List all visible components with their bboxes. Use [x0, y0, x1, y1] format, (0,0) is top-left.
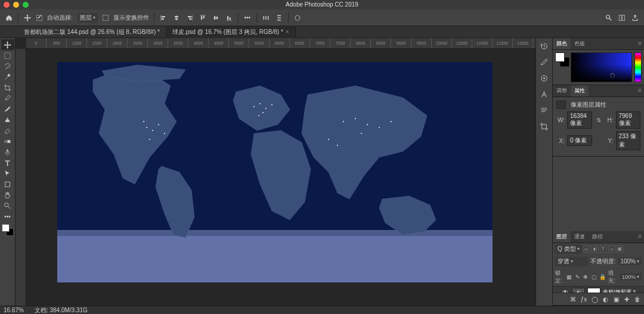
3d-mode-icon[interactable] — [293, 14, 302, 22]
crop-panel-icon[interactable] — [540, 122, 549, 132]
link-wh-icon[interactable]: ⇅ — [595, 116, 603, 125]
layer-thumbnail[interactable]: ◐ — [572, 288, 585, 293]
canvas-area[interactable]: 0500100015002000250030003500400045005000… — [16, 38, 535, 306]
vertical-ruler[interactable] — [16, 49, 26, 306]
filter-type-icon[interactable]: T — [600, 245, 607, 253]
search-icon[interactable] — [605, 14, 613, 22]
character-panel-icon[interactable] — [540, 90, 549, 100]
hue-slider[interactable] — [634, 52, 642, 82]
eraser-tool[interactable] — [1, 125, 14, 136]
crop-tool[interactable] — [1, 82, 14, 93]
panel-menu-icon[interactable]: ≡ — [636, 85, 644, 97]
filter-pixel-icon[interactable]: ▭ — [583, 245, 590, 253]
align-bottom-icon[interactable] — [225, 14, 233, 22]
lock-paint-icon[interactable]: ✎ — [575, 273, 581, 281]
document-tab[interactable]: 首都机场第二版 144.psd @ 26.6% (组 8, RGB/8#) * — [18, 26, 166, 38]
fg-swatch[interactable] — [555, 52, 565, 62]
show-transform-checkbox[interactable] — [103, 15, 109, 21]
delete-layer-icon[interactable]: 🗑 — [633, 295, 642, 303]
marquee-tool[interactable] — [1, 50, 14, 61]
share-icon[interactable] — [631, 14, 639, 22]
width-field[interactable]: 16384 像素 — [567, 111, 592, 129]
color-tab[interactable]: 颜色 — [553, 38, 571, 49]
opacity-field[interactable]: 100% — [618, 257, 642, 265]
panel-color-swatches[interactable] — [555, 52, 568, 82]
align-left-icon[interactable] — [159, 14, 168, 22]
path-select-tool[interactable] — [1, 168, 14, 179]
x-field[interactable]: 0 像素 — [567, 135, 592, 146]
color-swatches[interactable] — [2, 224, 14, 236]
blend-mode-dropdown[interactable]: 穿透 — [555, 257, 588, 266]
layer-fx-icon[interactable]: ƒx — [580, 295, 588, 303]
zoom-window-icon[interactable] — [23, 2, 29, 8]
properties-tab[interactable]: 属性 — [571, 85, 589, 97]
layer-name[interactable]: 色相/饱和度 2 — [603, 288, 636, 293]
add-mask-icon[interactable]: ◯ — [590, 295, 599, 303]
edit-toolbar[interactable]: ••• — [1, 211, 14, 222]
filter-adjust-icon[interactable]: ◐ — [592, 245, 599, 253]
brush-tool[interactable] — [1, 104, 14, 114]
layer-row[interactable]: 👁◐色相/饱和度 2 — [553, 287, 644, 293]
layer-filter-dropdown[interactable]: Q 类型 — [555, 244, 582, 254]
panel-menu-icon[interactable]: ≡ — [636, 38, 644, 49]
gradient-tool[interactable] — [1, 136, 14, 147]
move-tool[interactable] — [1, 39, 14, 50]
shape-tool[interactable] — [1, 179, 14, 189]
close-tab-icon[interactable]: × — [286, 29, 289, 35]
horizontal-ruler[interactable]: 0500100015002000250030003500400045005000… — [26, 38, 535, 49]
color-marker[interactable] — [610, 73, 615, 78]
foreground-color-swatch[interactable] — [2, 224, 10, 232]
hand-tool[interactable] — [1, 189, 14, 200]
channels-tab[interactable]: 通道 — [571, 231, 589, 243]
brush-settings-icon[interactable] — [540, 74, 549, 84]
lock-artboard-icon[interactable]: ▢ — [591, 273, 597, 281]
new-adjustment-icon[interactable]: ◐ — [601, 295, 609, 303]
swatches-tab[interactable]: 色板 — [571, 38, 589, 49]
history-panel-icon[interactable] — [540, 42, 549, 52]
clone-stamp-tool[interactable] — [1, 114, 14, 125]
new-group-icon[interactable]: ▣ — [612, 295, 620, 303]
zoom-level[interactable]: 16.67% — [4, 307, 24, 313]
arrange-documents-icon[interactable] — [618, 14, 626, 22]
more-align-icon[interactable]: ••• — [243, 14, 252, 22]
lasso-tool[interactable] — [1, 61, 14, 71]
align-vcenter-icon[interactable] — [212, 14, 220, 22]
brushes-panel-icon[interactable] — [540, 58, 549, 68]
type-tool[interactable] — [1, 157, 14, 168]
y-field[interactable]: 233 像素 — [616, 131, 641, 150]
link-layers-icon[interactable]: ⌘ — [569, 295, 577, 303]
align-top-icon[interactable] — [199, 14, 207, 22]
minimize-window-icon[interactable] — [13, 2, 19, 8]
document-canvas[interactable] — [57, 62, 493, 282]
dist-h-icon[interactable] — [262, 14, 270, 22]
new-layer-icon[interactable]: ✚ — [623, 295, 631, 303]
home-icon[interactable] — [5, 14, 13, 22]
adjustments-tab[interactable]: 调整 — [553, 85, 571, 97]
document-info[interactable]: 文档: 384.0M/3.31G — [35, 306, 88, 315]
filter-shape-icon[interactable]: ▱ — [608, 245, 615, 253]
height-field[interactable]: 7969 像素 — [616, 111, 641, 129]
lock-transparent-icon[interactable]: ▦ — [566, 273, 572, 281]
align-hcenter-icon[interactable] — [172, 14, 181, 22]
layers-tab[interactable]: 图层 — [553, 231, 571, 243]
document-tab[interactable]: 球皮.psd @ 16.7% (图层 3 拷贝, RGB/8) *× — [166, 26, 296, 38]
layer-list[interactable]: 👁◐色相/饱和度 2👁图层 3 拷贝👁图层 3👁图层 1👁▸👁◐色相/饱和度 1… — [553, 287, 644, 293]
auto-select-checkbox[interactable] — [36, 15, 42, 21]
magic-wand-tool[interactable] — [1, 71, 14, 82]
layer-mask-thumbnail[interactable] — [587, 288, 600, 293]
color-field[interactable] — [571, 52, 632, 82]
paths-tab[interactable]: 路径 — [589, 231, 606, 243]
pen-tool[interactable] — [1, 147, 14, 157]
align-right-icon[interactable] — [185, 14, 194, 22]
zoom-tool[interactable] — [1, 200, 14, 211]
close-window-icon[interactable] — [4, 2, 10, 8]
auto-select-mode-dropdown[interactable]: 图层 — [78, 13, 98, 23]
filter-smart-icon[interactable]: ▦ — [617, 245, 624, 253]
lock-all-icon[interactable]: 🔒 — [599, 273, 606, 281]
panel-menu-icon[interactable]: ≡ — [636, 231, 644, 243]
paragraph-panel-icon[interactable] — [540, 106, 549, 116]
lock-position-icon[interactable]: ✥ — [583, 273, 589, 281]
fill-field[interactable]: 100% — [620, 273, 642, 281]
eyedropper-tool[interactable] — [1, 93, 14, 104]
dist-v-icon[interactable] — [275, 14, 283, 22]
